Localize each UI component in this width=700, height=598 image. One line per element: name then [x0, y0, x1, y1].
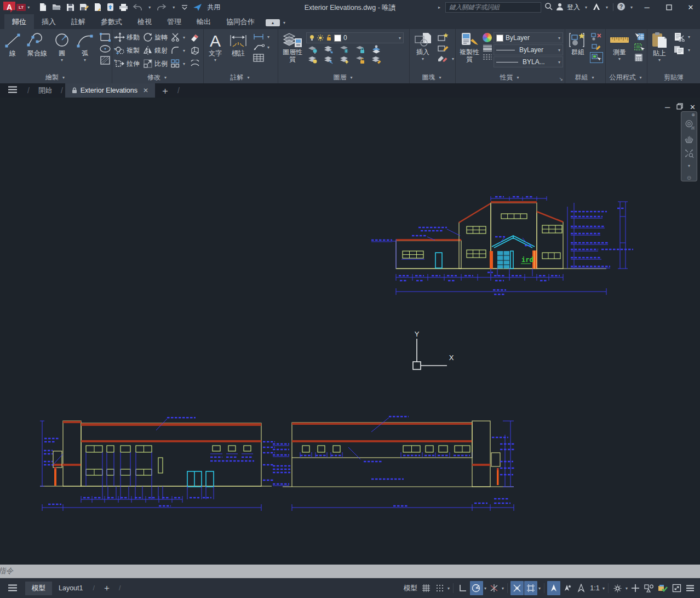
properties-launcher-icon[interactable]: ↘ [559, 76, 563, 82]
drawing-canvas[interactable]: ─ ✕ ⊗ 2D ▾ ⊖ [0, 98, 700, 565]
signin-label[interactable]: 登入 [567, 3, 580, 12]
share-icon[interactable] [193, 3, 202, 12]
mobile-upload-button[interactable] [107, 3, 114, 12]
panel-label-layers[interactable]: 圖層▾ [278, 72, 409, 83]
redo-button[interactable] [157, 4, 166, 11]
plot-batch-button[interactable] [94, 3, 102, 12]
new-layout-button[interactable]: ＋ [98, 583, 116, 594]
close-button[interactable]: ✕ [681, 0, 700, 14]
drawing-close-icon[interactable]: ✕ [690, 103, 696, 111]
object-snap-caret-icon[interactable]: ▾ [538, 586, 541, 591]
lineweight-dropdown[interactable]: ByLayer ▾ [494, 44, 563, 55]
undo-button[interactable] [133, 4, 142, 11]
zoom-extents-icon[interactable] [684, 149, 694, 158]
tab-home[interactable]: 歸位 [4, 14, 34, 29]
stretch-tool[interactable]: 拉伸 [114, 59, 141, 69]
settings-gear-icon[interactable] [611, 581, 624, 595]
redo-caret-icon[interactable]: ▾ [173, 5, 175, 10]
copy-tool[interactable]: 複製 [114, 45, 141, 55]
copy-clip-caret-icon[interactable]: ▾ [688, 48, 690, 53]
annotation-scale-icon[interactable] [575, 581, 588, 595]
quick-calculator-tool[interactable] [634, 53, 645, 62]
layer-properties-tool[interactable]: 圖層性質 [280, 31, 305, 64]
help-caret-icon[interactable]: ▾ [630, 5, 633, 10]
layer-freeze-icon[interactable] [339, 45, 350, 54]
cut-caret-icon[interactable]: ▾ [688, 35, 690, 39]
arc-tool[interactable]: 弧 ▾ [74, 31, 96, 63]
measure-caret-icon[interactable]: ▾ [618, 56, 621, 61]
match-properties-tool[interactable]: 複製性質 [457, 31, 481, 64]
open-folder-button[interactable] [52, 3, 61, 11]
tab-parametric[interactable]: 參數式 [93, 14, 130, 29]
panel-label-properties[interactable]: 性質▾ ↘ [456, 72, 565, 83]
layer-thaw-icon[interactable] [339, 56, 350, 64]
navbar-caret-icon[interactable]: ▾ [688, 163, 690, 168]
app-logo[interactable]: A LT ▾ [0, 0, 33, 14]
fillet-caret-icon[interactable]: ▾ [183, 48, 185, 53]
tab-output[interactable]: 輸出 [189, 14, 219, 29]
explode-tool[interactable] [189, 46, 201, 55]
search-icon[interactable] [544, 2, 553, 12]
array-caret-icon[interactable]: ▾ [183, 61, 185, 66]
erase-tool[interactable] [189, 33, 201, 42]
layer-unlock-icon[interactable] [355, 56, 366, 64]
panel-label-utilities[interactable]: 公用程式▾ [606, 72, 647, 83]
text-tool[interactable]: A 文字 ▾ [205, 31, 225, 63]
drawing-restore-icon[interactable] [676, 103, 683, 111]
panel-label-groups[interactable]: 群組▾ [565, 72, 605, 83]
steering-wheel-2d-icon[interactable]: 2D [684, 119, 695, 130]
annotation-scale-value[interactable]: 1:1 [588, 581, 601, 595]
clean-screen-icon[interactable] [670, 581, 683, 595]
search-input[interactable] [445, 2, 541, 13]
print-button[interactable] [119, 3, 128, 12]
circle-tool[interactable]: 圓 ▾ [51, 31, 73, 63]
linear-dim-tool[interactable]: ▾ [253, 32, 271, 41]
pan-hand-icon[interactable] [684, 134, 694, 144]
scale-caret-icon[interactable]: ▾ [602, 586, 605, 591]
leader-caret-icon[interactable]: ▾ [267, 45, 269, 50]
table-tool[interactable] [253, 53, 271, 62]
scale-tool[interactable]: 比例 [142, 59, 169, 69]
move-tool[interactable]: 移動 [114, 32, 141, 42]
ungroup-tool[interactable] [591, 32, 602, 41]
share-label[interactable]: 共用 [207, 3, 220, 12]
annotation-visibility-toggle[interactable] [547, 581, 560, 595]
make-current-icon[interactable] [371, 45, 382, 54]
ribbon-collapse-button[interactable]: ▲ ▾ [266, 19, 287, 26]
panel-label-block[interactable]: 圖塊▾ [410, 72, 455, 83]
settings-caret-icon[interactable]: ▾ [625, 586, 628, 591]
object-snap-toggle[interactable] [524, 581, 537, 595]
new-file-button[interactable] [39, 3, 47, 12]
customization-menu-icon[interactable] [684, 581, 697, 595]
create-block-tool[interactable] [437, 32, 456, 42]
tab-start[interactable]: 開始 [32, 83, 59, 98]
linetype-dropdown[interactable]: BYLA... ▾ [494, 56, 563, 67]
attribute-caret-icon[interactable]: ▾ [452, 56, 454, 61]
quick-select-tool[interactable] [634, 32, 645, 41]
dimension-tool[interactable]: 標註 [226, 31, 250, 58]
model-space-toggle[interactable]: 模型 [402, 581, 419, 595]
fillet-tool[interactable]: ▾ [170, 46, 188, 55]
model-tab[interactable]: 模型 [25, 582, 52, 595]
paste-tool[interactable]: 貼上 ▾ [649, 31, 670, 63]
color-wheel-icon[interactable] [483, 33, 492, 42]
group-select-toggle[interactable] [591, 53, 602, 62]
copy-clip-tool[interactable]: ▾ [673, 45, 692, 55]
rotate-tool[interactable]: 旋轉 [142, 32, 169, 42]
crosshair-plus-icon[interactable] [629, 581, 642, 595]
layer-off-icon[interactable] [307, 45, 318, 54]
help-icon[interactable]: ? [617, 2, 626, 13]
grid-toggle[interactable] [420, 581, 433, 595]
trim-caret-icon[interactable]: ▾ [183, 35, 185, 40]
array-tool[interactable]: ▾ [170, 59, 188, 68]
graphics-performance-icon[interactable] [656, 581, 669, 595]
snap-caret-icon[interactable]: ▾ [447, 586, 450, 591]
command-line[interactable]: 指令 [0, 565, 700, 578]
line-tool[interactable]: 線 [2, 31, 24, 58]
layer-isolate-icon[interactable] [323, 45, 334, 54]
file-tabs-menu-icon[interactable] [0, 86, 25, 95]
snap-toggle[interactable] [433, 581, 446, 595]
save-as-button[interactable] [79, 3, 89, 12]
qat-customize-button[interactable] [181, 4, 188, 10]
edit-attribute-tool[interactable]: ▾ [437, 54, 456, 64]
